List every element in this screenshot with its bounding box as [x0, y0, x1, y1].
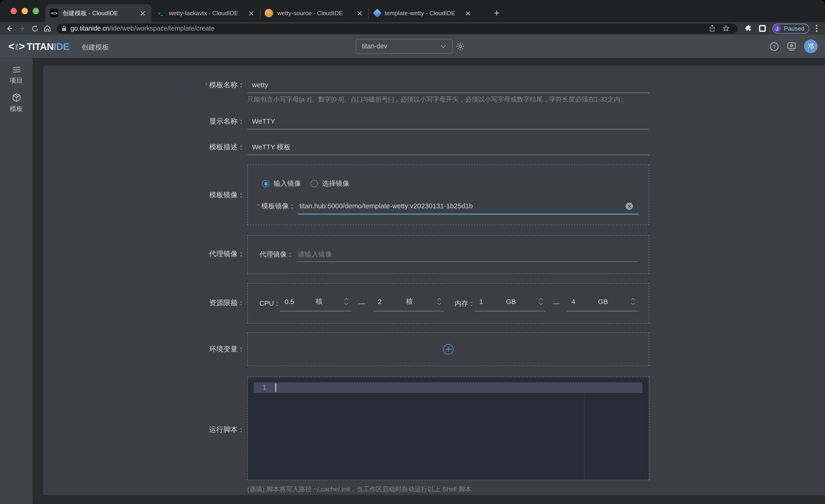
sidebar-item-label: 模板: [10, 105, 23, 114]
field-label-proxy-image: 代理镜像：: [43, 249, 244, 259]
titanide-favicon: <t>: [50, 9, 59, 17]
profile-chip[interactable]: J Paused: [772, 23, 809, 33]
template-name-input[interactable]: wetty: [247, 77, 649, 93]
field-label-description: 模板描述：: [43, 142, 244, 153]
reload-button[interactable]: [28, 23, 41, 34]
field-label-display-name: 显示名称：: [43, 116, 244, 127]
close-window-button[interactable]: [11, 8, 17, 14]
field-label-template-image: 模板镜像：: [43, 190, 244, 200]
tab-title: template-wetty - CloudIDE: [385, 10, 464, 16]
run-script-group: 1: [247, 377, 649, 480]
svg-text:?: ?: [773, 44, 775, 49]
settings-gear-icon[interactable]: [456, 41, 465, 51]
memory-max-stepper[interactable]: 4 GB: [567, 292, 638, 312]
run-script-hint: (选填) 脚本将写入路径 ~/.cache/.init，当工作区启动时自动运行以…: [247, 485, 471, 494]
env-vars-group: [247, 333, 649, 366]
window-controls: [11, 8, 39, 14]
sidebar-item-label: 项目: [10, 76, 23, 85]
app-sidebar: 项目 模板: [0, 58, 33, 504]
forward-button[interactable]: [16, 23, 28, 34]
memory-unit: GB: [506, 298, 516, 306]
tab-wetty-lackavtx[interactable]: >_ wetty-lackavtx - CloudIDE: [151, 4, 260, 22]
stepper-arrows-icon[interactable]: [344, 298, 348, 305]
display-name-input[interactable]: WeTTY: [247, 114, 649, 130]
memory-label: 内存：: [455, 298, 475, 309]
tab-title: wetty-lackavtx - CloudIDE: [169, 10, 247, 16]
field-label-env-vars: 环境变量：: [43, 344, 244, 355]
proxy-image-input[interactable]: 请输入镜像: [298, 249, 332, 260]
template-image-input[interactable]: titan.hub:5000/demo/template-wetty:v2023…: [299, 201, 473, 212]
close-tab-icon[interactable]: [355, 9, 364, 17]
lock-icon: [62, 25, 67, 31]
url-path: /ide/web/workspace/template/create: [109, 25, 215, 32]
tab-template-wetty[interactable]: template-wetty - CloudIDE: [368, 4, 477, 22]
new-tab-button[interactable]: +: [490, 6, 504, 20]
required-mark: *: [205, 81, 208, 89]
browser-menu-icon[interactable]: [811, 23, 822, 34]
inner-label-proxy-image: 代理镜像：: [259, 249, 294, 260]
editor-active-line: 1: [254, 383, 643, 393]
plus-icon: [446, 347, 451, 352]
stepper-arrows-icon[interactable]: [539, 298, 543, 305]
close-tab-icon[interactable]: [247, 9, 255, 17]
sidebar-item-projects[interactable]: 项目: [0, 65, 33, 85]
resources-group: CPU： 0.5 核 — 2 核: [247, 283, 649, 324]
stepper-arrows-icon[interactable]: [631, 298, 635, 305]
chevron-down-icon: [440, 45, 446, 48]
radio-input-image[interactable]: 输入镜像: [262, 179, 301, 188]
memory-max-value: 4: [571, 298, 575, 306]
back-button[interactable]: [3, 23, 16, 34]
tab-create-template[interactable]: <t> 创建模板 - CloudIDE: [45, 4, 152, 22]
zoom-window-button[interactable]: [33, 8, 39, 14]
home-button[interactable]: [41, 23, 54, 34]
help-icon[interactable]: ?: [769, 41, 779, 51]
display-name-value: WeTTY: [252, 116, 275, 127]
proxy-image-group: 代理镜像： 请输入镜像: [247, 235, 649, 274]
range-separator: —: [355, 298, 368, 309]
cube-icon: [11, 92, 21, 102]
cpu-max-stepper[interactable]: 2 核: [373, 292, 444, 312]
user-avatar[interactable]: 邓: [804, 39, 818, 53]
radio-selected-icon: [262, 180, 269, 187]
extensions-puzzle-icon[interactable]: [742, 23, 755, 34]
bookmark-star-icon[interactable]: [719, 23, 733, 33]
workspace-select[interactable]: titan-dev: [356, 39, 453, 54]
terminal-favicon: >_: [156, 9, 165, 17]
proxy-image-underline: [296, 261, 638, 262]
line-number: 1: [257, 384, 266, 392]
script-code-editor[interactable]: 1: [248, 377, 649, 480]
sidebar-item-templates[interactable]: 模板: [0, 92, 33, 113]
cpu-min-stepper[interactable]: 0.5 核: [280, 292, 351, 312]
browser-toolbar: go.titanide.cn/ide/web/workspace/templat…: [0, 22, 825, 35]
profile-avatar: J: [773, 25, 781, 32]
close-tab-icon[interactable]: [138, 9, 147, 17]
sphere-favicon: [265, 9, 273, 17]
cpu-unit: 核: [316, 297, 322, 306]
cpu-max-value: 2: [378, 298, 382, 306]
address-bar[interactable]: go.titanide.cn/ide/web/workspace/templat…: [57, 23, 738, 33]
close-tab-icon[interactable]: [464, 9, 472, 17]
share-icon[interactable]: [705, 23, 719, 33]
radio-unselected-icon: [310, 180, 318, 187]
tab-title: wetty-source - CloudIDE: [277, 10, 355, 16]
template-name-value: wetty: [252, 80, 268, 90]
add-env-var-button[interactable]: [443, 344, 454, 355]
app-header: <t>TITANIDE 创建模板 titan-dev ?: [0, 35, 825, 58]
tab-wetty-source[interactable]: wetty-source - CloudIDE: [260, 4, 368, 22]
radio-select-image[interactable]: 选择镜像: [310, 179, 350, 188]
memory-min-stepper[interactable]: 1 GB: [475, 292, 546, 312]
console-monitor-icon[interactable]: [786, 41, 797, 51]
description-input[interactable]: WeTTY 模板: [247, 140, 649, 155]
field-label-template-name: *模板名称：: [43, 80, 244, 90]
layers-icon: [11, 65, 21, 74]
stepper-arrows-icon[interactable]: [437, 298, 441, 305]
field-label-resources: 资源限额：: [43, 298, 244, 308]
cpu-unit: 核: [406, 297, 413, 306]
clear-input-icon[interactable]: [626, 202, 633, 210]
url-host: go.titanide.cn: [70, 25, 109, 32]
memory-min-value: 1: [479, 298, 483, 306]
range-separator: —: [550, 298, 562, 309]
minimize-window-button[interactable]: [22, 8, 28, 14]
template-form-card: *模板名称： wetty 只能包含小写字母[a-z]、数字[0-9]、点[.]与…: [43, 66, 825, 495]
side-panel-icon[interactable]: [755, 23, 769, 34]
